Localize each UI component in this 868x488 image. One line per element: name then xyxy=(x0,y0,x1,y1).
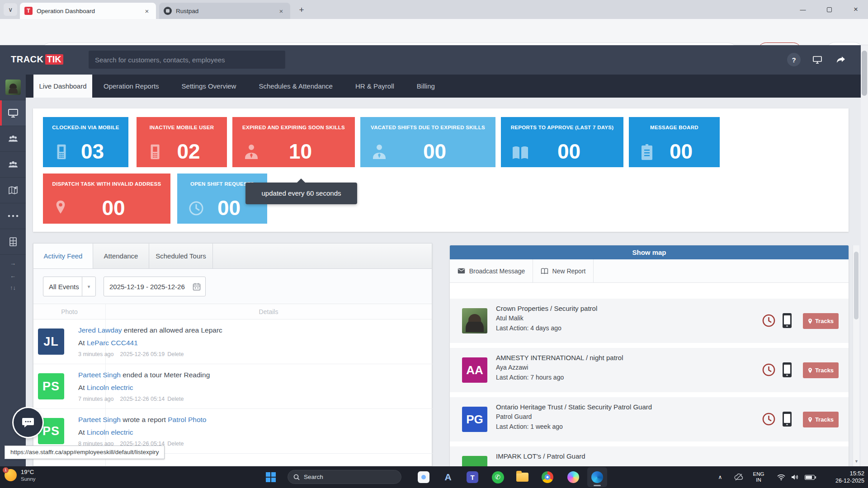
tab-billing[interactable]: Billing xyxy=(406,75,446,98)
tab-settings-overview[interactable]: Settings Overview xyxy=(170,75,248,98)
taskbar-copilot[interactable] xyxy=(563,467,583,487)
refresh-tooltip: updated every 60 seconds xyxy=(245,183,357,204)
tab-hr-payroll[interactable]: HR & Payroll xyxy=(344,75,406,98)
site-last-action: Last Action: 4 days ago xyxy=(496,324,561,332)
maximize-button[interactable] xyxy=(819,0,840,19)
tile-inactive-mobile-user[interactable]: INACTIVE MOBILE USER 02 xyxy=(137,117,227,167)
global-search-input[interactable] xyxy=(89,51,285,69)
share-button[interactable] xyxy=(834,53,848,66)
date-range-input[interactable]: 2025-12-19 - 2025-12-26 xyxy=(104,277,206,296)
tab-schedules-attendance[interactable]: Schedules & Attendance xyxy=(247,75,344,98)
sidebar-item-employees[interactable] xyxy=(0,152,26,178)
taskbar-photos-app[interactable] xyxy=(414,467,434,487)
employee-link[interactable]: Parteet Singh xyxy=(78,416,121,423)
timestamp: 2025-12-26 05:14 xyxy=(120,396,165,402)
delete-link[interactable]: Delete xyxy=(167,396,184,402)
page-scrollbar[interactable] xyxy=(861,45,868,466)
site-row[interactable]: IMPARK LOT's / Patrol Guard xyxy=(450,446,849,466)
close-tab-icon[interactable]: × xyxy=(277,7,286,15)
taskbar-edge-active[interactable] xyxy=(587,467,607,487)
taskbar-clock[interactable]: 15:52 26-12-2025 xyxy=(825,470,864,484)
new-report-button[interactable]: New Report xyxy=(533,259,594,282)
taskbar-whatsapp[interactable]: ✆ xyxy=(488,467,508,487)
mobile-device-icon[interactable] xyxy=(783,362,792,377)
sidebar-collapse-button[interactable]: ← xyxy=(0,272,26,279)
tile-clocked-in-via-mobile[interactable]: CLOCKED-IN VIA MOBILE 03 xyxy=(43,117,128,167)
site-row[interactable]: PG Ontario Heritage Trust / Static Secur… xyxy=(450,397,849,441)
pin-icon xyxy=(808,318,812,324)
report-link[interactable]: Patrol Photo xyxy=(168,416,206,423)
tile-dispatch-invalid-address[interactable]: DISPATCH TASK WITH INVALID ADDRESS 00 xyxy=(43,174,170,224)
site-row[interactable]: Crown Properties / Security patrol Atul … xyxy=(450,299,849,343)
tray-expand-button[interactable]: ∧ xyxy=(714,466,726,488)
site-row[interactable]: AA AMNESTY INTERNATIONAL / night patrol … xyxy=(450,348,849,392)
show-map-button[interactable]: Show map xyxy=(450,245,849,259)
new-tab-button[interactable]: + xyxy=(296,4,307,16)
mobile-device-icon[interactable] xyxy=(783,313,792,328)
employee-link[interactable]: Jered Lawday xyxy=(78,326,122,334)
delete-link[interactable]: Delete xyxy=(167,351,184,357)
site-link[interactable]: LeParc CCC441 xyxy=(87,339,138,347)
onedrive-paused[interactable] xyxy=(731,466,746,488)
history-clock-icon[interactable] xyxy=(762,412,776,426)
sidebar-item-dashboard[interactable] xyxy=(0,100,26,126)
tab-live-dashboard[interactable]: Live Dashboard xyxy=(33,75,92,98)
wifi-status[interactable] xyxy=(775,466,788,488)
tile-message-board[interactable]: MESSAGE BOARD 00 xyxy=(629,117,720,167)
sidebar-sort-button[interactable]: ↑↓ xyxy=(0,284,26,291)
taskbar-app-a[interactable]: A xyxy=(438,467,458,487)
volume-status[interactable] xyxy=(788,466,801,488)
weather-widget[interactable]: 1 19°C Sunny xyxy=(5,469,36,482)
tracks-button[interactable]: Tracks xyxy=(803,362,839,378)
event-type-select[interactable]: All Events ▾ xyxy=(43,277,96,296)
tab-operation-reports[interactable]: Operation Reports xyxy=(92,75,170,98)
sidebar-item-map[interactable] xyxy=(0,178,26,203)
browser-tab-active[interactable]: T Operation Dashboard × xyxy=(20,3,156,19)
delete-link[interactable]: Delete xyxy=(167,441,184,447)
site-link[interactable]: Lincoln electric xyxy=(87,384,133,391)
tile-vacated-shifts[interactable]: VACATED SHIFTS DUE TO EXPIRED SKILLS 00 xyxy=(360,117,495,167)
dropdown-arrow-icon[interactable]: ▾ xyxy=(82,277,95,296)
tile-expired-skills[interactable]: EXPIRED AND EXPIRING SOON SKILLS 10 xyxy=(232,117,355,167)
history-clock-icon[interactable] xyxy=(762,363,776,377)
scrollbar-thumb[interactable] xyxy=(862,51,867,96)
minimize-button[interactable]: — xyxy=(793,0,813,19)
sidebar-expand-button[interactable]: → xyxy=(0,260,26,267)
taskbar-search[interactable]: Search xyxy=(288,470,401,484)
feed-row[interactable]: JL Jered Lawday entered an allowed area … xyxy=(33,319,433,364)
sidebar-item-sites[interactable] xyxy=(0,229,26,255)
employee-link[interactable]: Parteet Singh xyxy=(78,371,121,379)
sites-scrollbar[interactable]: ▼ xyxy=(853,245,859,466)
chat-fab-button[interactable] xyxy=(14,408,42,437)
tile-reports-to-approve[interactable]: REPORTS TO APPROVE (LAST 7 DAYS) 00 xyxy=(501,117,623,167)
tab-search-button[interactable]: ∨ xyxy=(4,3,17,16)
taskbar-file-explorer[interactable] xyxy=(512,467,532,487)
sidebar-item-profile[interactable] xyxy=(0,75,26,100)
battery-status[interactable] xyxy=(803,466,816,488)
mobile-device-icon[interactable] xyxy=(783,412,792,427)
taskbar-teams-app[interactable]: T xyxy=(462,467,482,487)
tracktik-logo[interactable]: TRACK TIK xyxy=(11,54,63,65)
tab-scheduled-tours[interactable]: Scheduled Tours xyxy=(149,244,213,268)
sidebar-item-more[interactable] xyxy=(0,203,26,229)
tab-attendance[interactable]: Attendance xyxy=(93,244,149,268)
tracks-button[interactable]: Tracks xyxy=(803,412,839,427)
search-icon xyxy=(293,474,300,480)
scrollbar-thumb[interactable] xyxy=(854,252,859,319)
device-button[interactable] xyxy=(811,53,824,66)
tab-activity-feed[interactable]: Activity Feed xyxy=(33,244,93,268)
language-indicator[interactable]: ENG IN xyxy=(750,466,768,488)
history-clock-icon[interactable] xyxy=(762,314,776,328)
close-window-button[interactable]: × xyxy=(845,0,866,19)
sidebar-item-clients[interactable] xyxy=(0,126,26,152)
start-button[interactable] xyxy=(261,467,281,487)
site-link[interactable]: Lincoln electric xyxy=(87,428,133,436)
close-tab-icon[interactable]: × xyxy=(142,7,151,15)
broadcast-message-button[interactable]: Broadcast Message xyxy=(450,259,533,282)
scroll-down-arrow-icon[interactable]: ▼ xyxy=(853,459,860,464)
tracks-button[interactable]: Tracks xyxy=(803,313,839,329)
taskbar-chrome[interactable] xyxy=(538,467,557,487)
help-button[interactable]: ? xyxy=(787,53,801,66)
browser-tab-rustpad[interactable]: Rustpad × xyxy=(159,3,290,19)
feed-row[interactable]: PS Parteet Singh ended a tour Meter Read… xyxy=(33,364,433,409)
